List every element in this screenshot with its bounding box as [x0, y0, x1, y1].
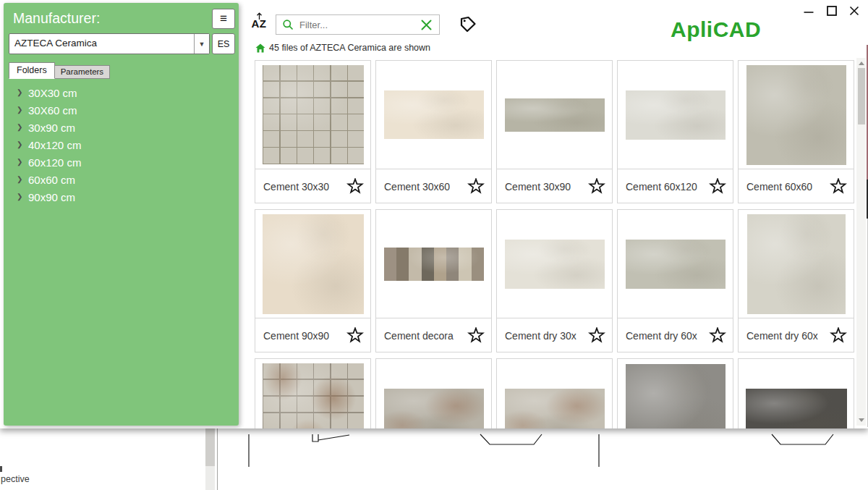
star-outline-icon — [588, 178, 605, 195]
tile-label: Cement 30x90 — [505, 181, 571, 193]
tile-card[interactable] — [255, 358, 371, 428]
folder-item[interactable]: ❯90x90 cm — [4, 188, 239, 206]
chevron-right-icon: ❯ — [17, 101, 28, 119]
favorite-star-button[interactable] — [709, 178, 726, 195]
tile-preview — [255, 61, 370, 169]
tile-label: Cement dry 30x — [505, 330, 576, 342]
tile-image — [384, 389, 484, 429]
folder-list: ❯30X30 cm❯30X60 cm❯30x90 cm❯40x120 cm❯60… — [4, 84, 239, 206]
tile-image — [626, 364, 726, 428]
tile-image — [626, 240, 726, 289]
tile-preview — [739, 210, 854, 318]
sort-az-button[interactable]: AZ — [249, 12, 269, 30]
minimize-icon — [803, 6, 814, 17]
folder-label: 60x60 cm — [28, 174, 75, 186]
star-outline-icon — [467, 178, 485, 195]
favorite-star-button[interactable] — [830, 327, 847, 344]
maximize-button[interactable] — [826, 5, 838, 17]
folder-item[interactable]: ❯30X60 cm — [4, 101, 239, 119]
tile-image — [384, 90, 484, 139]
tile-preview — [497, 61, 612, 169]
filter-search-box — [276, 14, 440, 35]
close-icon — [848, 5, 860, 17]
tile-image — [263, 214, 364, 314]
favorite-star-button[interactable] — [588, 178, 605, 195]
tile-label-row: Cement 30x30 — [255, 169, 370, 203]
scroll-down-icon[interactable] — [859, 418, 864, 422]
manufacturer-combobox[interactable]: AZTECA Ceramica ▼ — [9, 33, 210, 54]
tile-card[interactable]: Cement 30x60 — [375, 60, 492, 203]
tile-card[interactable]: Cement 30x90 — [496, 60, 613, 203]
language-button[interactable]: ES — [212, 33, 235, 54]
tile-label: Cement 60x60 — [746, 181, 812, 193]
tab-parameters[interactable]: Parameters — [55, 65, 110, 79]
folder-item[interactable]: ❯40x120 cm — [4, 136, 239, 153]
sort-az-label: AZ — [252, 17, 267, 30]
manufacturer-sidebar: Manufacturer: ≡ AZTECA Ceramica ▼ ES Fol… — [4, 3, 239, 426]
tile-card[interactable]: Cement 90x90 — [255, 209, 371, 352]
folder-item[interactable]: ❯60x120 cm — [4, 153, 239, 171]
aplicad-library-panel: Manufacturer: ≡ AZTECA Ceramica ▼ ES Fol… — [0, 0, 868, 428]
tag-button[interactable] — [457, 14, 477, 37]
favorite-star-button[interactable] — [346, 178, 364, 195]
favorite-star-button[interactable] — [709, 327, 726, 344]
cad-drawing-lines — [0, 428, 868, 490]
tile-card[interactable]: Cement 60x60 — [738, 60, 854, 203]
tile-preview — [618, 210, 733, 318]
folder-item[interactable]: ❯30x90 cm — [4, 119, 239, 136]
favorite-star-button[interactable] — [830, 178, 847, 195]
menu-button[interactable]: ≡ — [212, 9, 235, 29]
star-outline-icon — [346, 327, 364, 344]
folder-label: 40x120 cm — [28, 139, 81, 151]
tile-card[interactable] — [496, 358, 613, 428]
status-bar: 45 files of AZTECA Ceramica are shown — [255, 43, 430, 53]
tile-card[interactable]: Cement decora — [375, 209, 492, 352]
tile-image — [505, 240, 605, 289]
sidebar-title: Manufacturer: — [13, 10, 100, 27]
scrollbar-thumb[interactable] — [858, 68, 865, 124]
folder-item[interactable]: ❯60x60 cm — [4, 171, 239, 188]
tile-preview — [497, 210, 612, 318]
tile-image — [263, 65, 364, 164]
combobox-dropdown-button[interactable]: ▼ — [194, 34, 209, 54]
favorite-star-button[interactable] — [467, 327, 485, 344]
tile-image — [505, 389, 605, 429]
tile-card[interactable] — [738, 358, 854, 428]
aplicad-logo: ApliCAD — [671, 17, 761, 42]
tile-preview — [255, 210, 370, 318]
favorite-star-button[interactable] — [346, 327, 364, 344]
star-outline-icon — [830, 327, 847, 344]
tile-card[interactable] — [617, 358, 733, 428]
tile-card[interactable]: Cement 60x120 — [617, 60, 733, 203]
tile-card[interactable]: Cement 30x30 — [255, 60, 371, 203]
minimize-button[interactable] — [803, 6, 814, 17]
star-outline-icon — [588, 327, 605, 344]
tile-label: Cement 30x60 — [384, 181, 450, 193]
favorite-star-button[interactable] — [588, 327, 605, 344]
tile-preview — [376, 61, 491, 169]
search-icon — [282, 19, 294, 30]
close-button[interactable] — [848, 5, 860, 17]
folder-item[interactable]: ❯30X30 cm — [4, 84, 239, 101]
filter-input[interactable] — [298, 19, 420, 31]
clear-filter-button[interactable] — [420, 19, 433, 31]
favorite-star-button[interactable] — [467, 178, 485, 195]
chevron-right-icon: ❯ — [17, 153, 28, 171]
tile-label: Cement 90x90 — [263, 330, 329, 342]
tile-preview — [376, 210, 491, 318]
scroll-up-icon[interactable] — [859, 62, 864, 65]
tile-card[interactable]: Cement dry 30x — [496, 209, 613, 352]
tile-image — [384, 248, 484, 281]
status-text: 45 files of AZTECA Ceramica are shown — [269, 43, 430, 53]
tab-folders[interactable]: Folders — [9, 62, 55, 79]
tile-card[interactable]: Cement dry 60x — [738, 209, 854, 352]
tile-image — [505, 98, 605, 132]
maximize-icon — [826, 5, 838, 17]
tile-grid: Cement 30x30Cement 30x60Cement 30x90Ceme… — [255, 60, 854, 428]
tile-card[interactable]: Cement dry 60x — [617, 209, 733, 352]
tile-card[interactable] — [375, 358, 492, 428]
grid-scrollbar[interactable] — [856, 58, 866, 426]
tile-label-row: Cement 30x90 — [497, 169, 612, 203]
star-outline-icon — [709, 178, 726, 195]
tile-label: Cement 60x120 — [626, 181, 697, 193]
